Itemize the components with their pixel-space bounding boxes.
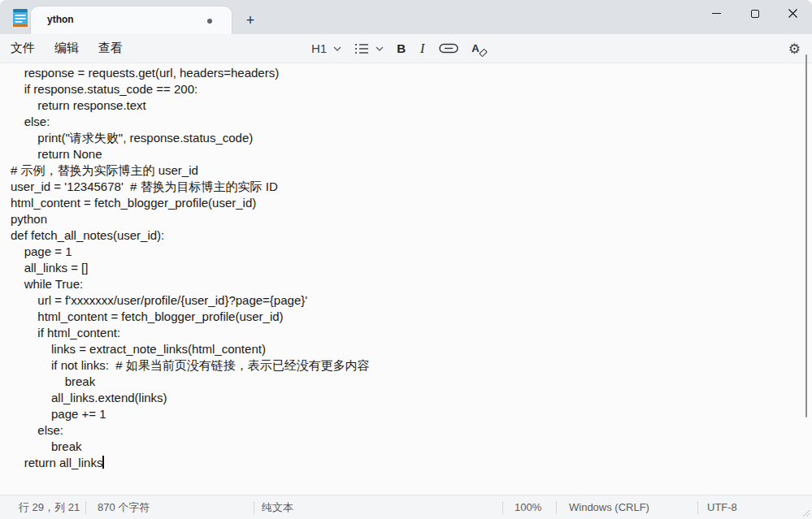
italic-label: I (419, 41, 426, 56)
tab-label: ython (47, 14, 74, 25)
heading-button[interactable]: H1 (311, 41, 341, 55)
unsaved-indicator-dot (207, 19, 212, 24)
clear-format-icon: A (471, 41, 488, 56)
notepad-window: ython + 文件 编辑 查看 (0, 0, 812, 519)
menu-edit[interactable]: 编辑 (54, 41, 79, 56)
chevron-down-icon (333, 46, 341, 51)
status-divider (556, 501, 557, 514)
vertical-scrollbar-thumb[interactable] (805, 54, 808, 417)
minimize-button[interactable] (697, 0, 736, 27)
status-divider (697, 501, 698, 514)
link-icon (439, 43, 458, 54)
close-icon (788, 9, 797, 18)
settings-gear-icon[interactable]: ⚙ (788, 41, 801, 57)
notepad-app-icon (11, 7, 30, 28)
zoom-level: 100% (515, 495, 541, 519)
tab-ython[interactable]: ython (31, 6, 232, 34)
new-tab-button[interactable]: + (239, 10, 262, 31)
encoding: UTF-8 (707, 495, 737, 519)
link-button[interactable] (439, 43, 458, 54)
maximize-button[interactable] (736, 0, 774, 27)
text-caret (102, 456, 104, 469)
formatting-toolbar: H1 B (311, 34, 488, 63)
bold-button[interactable]: B (397, 41, 406, 55)
italic-button[interactable]: I (419, 41, 426, 56)
clear-format-button[interactable]: A (471, 41, 488, 56)
cursor-position: 行 29，列 21 (19, 495, 80, 519)
character-count: 870 个字符 (98, 495, 150, 519)
chevron-down-icon (376, 46, 384, 51)
menubar: 文件 编辑 查看 H1 (0, 34, 812, 63)
statusbar: 行 29，列 21 870 个字符 纯文本 100% Windows (CRLF… (0, 495, 812, 519)
window-controls (697, 0, 812, 27)
menu-file[interactable]: 文件 (11, 41, 35, 56)
titlebar: ython + (0, 0, 812, 34)
editor-area: response = requests.get(url, headers=hea… (0, 63, 812, 495)
menu-view[interactable]: 查看 (98, 41, 123, 56)
status-divider (85, 501, 86, 514)
line-ending: Windows (CRLF) (569, 495, 649, 519)
status-divider (502, 501, 503, 514)
document-mode: 纯文本 (262, 495, 293, 519)
editor-text: response = requests.get(url, headers=hea… (11, 66, 370, 453)
maximize-icon (751, 10, 759, 18)
status-divider (254, 501, 254, 514)
bullet-list-icon (354, 43, 369, 54)
editor-caret-line: return all_links (11, 456, 102, 469)
minimize-icon (712, 13, 721, 14)
close-button[interactable] (774, 0, 812, 27)
resize-grip[interactable] (801, 508, 810, 517)
heading-label: H1 (311, 41, 327, 55)
menu-list: 文件 编辑 查看 (11, 34, 123, 63)
bold-label: B (397, 41, 406, 55)
text-editor[interactable]: response = requests.get(url, headers=hea… (0, 63, 812, 471)
list-button[interactable] (354, 43, 384, 54)
